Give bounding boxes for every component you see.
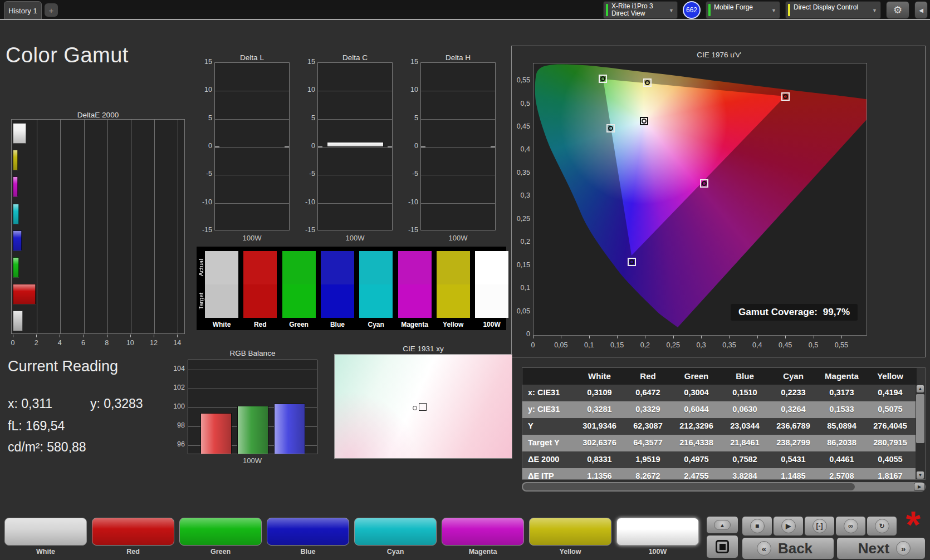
- tab-history-1[interactable]: History 1: [4, 1, 42, 19]
- target-swatch: [437, 284, 470, 318]
- back-button[interactable]: « Back: [742, 537, 834, 559]
- table-row: ΔE ITP1,13568,26722,47553,82841,14852,57…: [522, 468, 917, 480]
- y-tick-label: -5: [199, 170, 212, 178]
- cie-1931-plot: [334, 354, 512, 459]
- cie-y-tick-label: 0,45: [512, 122, 530, 130]
- chevron-left-icon: ◀: [919, 7, 923, 13]
- column-header-blue: Blue: [721, 368, 769, 385]
- table-cell: 8,2672: [624, 468, 672, 480]
- gridline: [215, 91, 289, 91]
- deltae-bar-blue: [13, 230, 22, 251]
- table-cell: 0,4055: [866, 451, 914, 468]
- table-horizontal-scrollbar[interactable]: ▶: [522, 482, 926, 492]
- delta-l-x-label: 100W: [214, 234, 290, 242]
- window-frame-icon: [716, 540, 729, 553]
- actual-swatch: [282, 251, 316, 284]
- gridline: [215, 147, 289, 148]
- target-swatch: [475, 284, 508, 318]
- next-button-label: Next: [858, 540, 889, 557]
- swatch-label: White: [205, 321, 238, 328]
- vertical-scroll-thumb[interactable]: [916, 394, 924, 443]
- refresh-button[interactable]: ↻: [867, 516, 897, 536]
- table-vertical-scrollbar[interactable]: ▲ ▼: [916, 385, 925, 479]
- y-tick-label: -10: [199, 198, 212, 206]
- horizontal-scroll-thumb[interactable]: [523, 483, 855, 490]
- gridline: [318, 119, 392, 120]
- delta-h-plot: [420, 62, 496, 230]
- column-header-green: Green: [672, 368, 721, 385]
- y-tick-label: 5: [199, 114, 212, 122]
- actual-swatch: [437, 251, 470, 284]
- delta-c-plot: [317, 62, 393, 230]
- collapse-panel-button[interactable]: ◀: [914, 1, 928, 19]
- rgb-balance-plot: [188, 360, 317, 454]
- cie-x-tick: [841, 336, 842, 338]
- table-cell: 236,6789: [769, 418, 818, 435]
- tick: [60, 335, 60, 337]
- column-header-white: White: [575, 368, 624, 385]
- cie-x-tick: [589, 336, 590, 338]
- pattern-button-label: Magenta: [442, 548, 524, 556]
- table-cell: 0,3004: [672, 385, 721, 401]
- scroll-right-button[interactable]: ▶: [914, 483, 925, 491]
- scroll-down-button[interactable]: ▼: [916, 471, 924, 479]
- meter-count-badge[interactable]: 662: [683, 1, 701, 19]
- pattern-button-cyan[interactable]: [354, 518, 437, 546]
- deltae-bar-white: [13, 311, 23, 331]
- meter-dropdown[interactable]: X-Rite i1Pro 3 Direct View ▼: [603, 1, 678, 19]
- pattern-window-up-button[interactable]: ▲: [706, 516, 738, 534]
- add-tab-button[interactable]: +: [45, 3, 58, 17]
- delta-c-title: Delta C: [317, 53, 393, 62]
- pattern-button-yellow[interactable]: [529, 518, 611, 546]
- pattern-window-button[interactable]: [706, 535, 738, 558]
- pattern-button-label: Blue: [267, 548, 349, 556]
- pattern-button-green[interactable]: [179, 518, 262, 546]
- cie-y-tick-label: 0,4: [512, 145, 530, 153]
- scroll-up-button[interactable]: ▲: [916, 385, 924, 393]
- workflow-dropdown[interactable]: Mobile Forge ▼: [706, 1, 780, 19]
- table-cell: 86,2038: [818, 435, 866, 451]
- table-cell: 0,3173: [818, 385, 866, 401]
- settings-button[interactable]: ⚙: [886, 1, 909, 19]
- meter-mode: Direct View: [611, 10, 653, 17]
- pattern-button-label: 100W: [616, 548, 699, 556]
- pattern-button-white[interactable]: [4, 518, 87, 546]
- y-tick-label: -15: [405, 226, 418, 234]
- pattern-button-red[interactable]: [92, 518, 174, 546]
- loop-button[interactable]: ∞: [835, 516, 866, 536]
- pattern-button-100w[interactable]: [616, 518, 699, 546]
- actual-target-swatch-strip: Actual Target WhiteRedGreenBlueCyanMagen…: [197, 247, 506, 330]
- cie-y-tick-label: 0,05: [512, 307, 530, 315]
- table-cell: 301,9346: [575, 418, 624, 435]
- table-cell: 0,0630: [721, 401, 769, 418]
- next-button[interactable]: Next »: [836, 537, 926, 559]
- table-cell: 21,8461: [721, 435, 769, 451]
- cie-x-tick: [757, 336, 758, 338]
- deltae-bar-100w: [13, 123, 26, 144]
- actual-marker-white: [642, 119, 647, 124]
- rgb-bar-green: [237, 406, 268, 454]
- table-cell: 0,6044: [672, 401, 721, 418]
- swatch-column-100w: 100W: [475, 251, 508, 318]
- pattern-button-magenta[interactable]: [442, 518, 524, 546]
- range-button[interactable]: [-]: [804, 516, 835, 536]
- tick: [13, 335, 13, 337]
- column-header-red: Red: [624, 368, 672, 385]
- column-header-cyan: Cyan: [769, 368, 818, 385]
- cie-1976-plot: Gamut Coverage:99,7%: [533, 63, 867, 336]
- play-button[interactable]: ▶: [773, 516, 804, 536]
- display-control-dropdown[interactable]: Direct Display Control ▼: [785, 1, 881, 19]
- cie-x-tick-label: 0,35: [722, 341, 736, 349]
- cie-x-tick-label: 0,5: [809, 341, 818, 349]
- arrow-up-icon: ▲: [719, 522, 725, 528]
- gridline: [421, 203, 495, 204]
- cie-x-tick-label: 0,1: [584, 341, 594, 349]
- pattern-button-blue[interactable]: [267, 518, 349, 546]
- gridline: [421, 175, 495, 175]
- y-tick-label: -5: [405, 170, 418, 178]
- table-cell: 62,3087: [624, 418, 672, 435]
- stop-button[interactable]: ■: [742, 516, 772, 536]
- gridline: [215, 119, 289, 120]
- table-cell: 0,4461: [818, 451, 866, 468]
- y-tick-label: 10: [302, 86, 315, 94]
